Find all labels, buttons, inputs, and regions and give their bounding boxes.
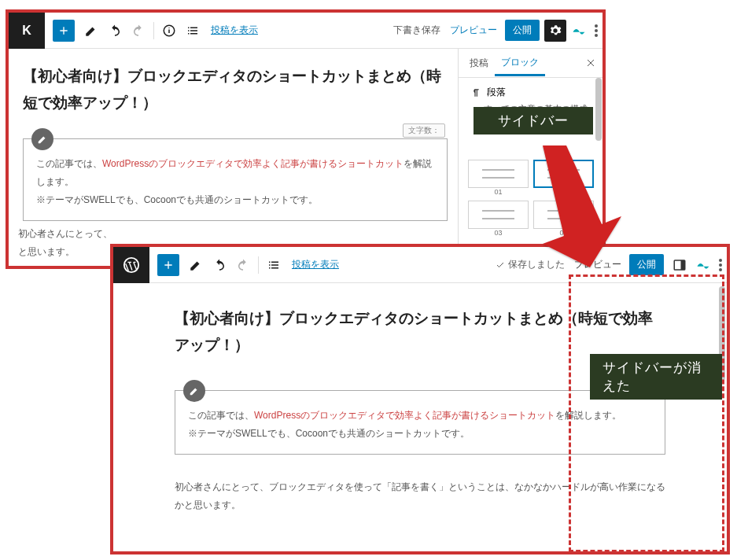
svg-rect-6 <box>681 260 685 270</box>
publish-button[interactable]: 公開 <box>505 20 540 41</box>
settings-toggle[interactable] <box>669 254 691 276</box>
svg-point-2 <box>595 29 598 32</box>
more-menu[interactable] <box>714 259 727 271</box>
scrollbar[interactable] <box>595 78 602 141</box>
pencil-icon <box>84 24 98 38</box>
svg-point-9 <box>719 268 722 271</box>
edit-mode-button[interactable] <box>81 20 101 41</box>
swell-icon[interactable] <box>571 23 587 39</box>
svg-point-8 <box>719 263 722 267</box>
swell-wave-icon <box>571 23 587 39</box>
separator <box>153 22 154 39</box>
preview-button[interactable]: プレビュー <box>450 24 497 37</box>
list-icon <box>186 24 200 38</box>
redo-icon <box>236 258 250 272</box>
site-logo[interactable]: K <box>9 13 45 49</box>
annotation-sidebar-label: サイドバー <box>474 107 593 134</box>
swell-icon[interactable] <box>695 257 711 273</box>
kebab-icon <box>595 24 598 37</box>
redo-icon <box>131 24 146 38</box>
pen-icon <box>189 385 200 396</box>
tab-block[interactable]: ブロック <box>495 50 545 76</box>
pin-badge <box>31 128 53 150</box>
separator <box>258 256 259 274</box>
tab-post[interactable]: 投稿 <box>463 50 495 75</box>
callout-text-line2: ※テーマがSWELLでも、Cocoonでも共通のショートカットです。 <box>188 428 470 439</box>
wordpress-icon <box>123 256 140 274</box>
check-icon <box>496 260 505 270</box>
outline-button[interactable] <box>182 20 203 41</box>
edit-mode-button[interactable] <box>186 255 206 275</box>
kebab-icon <box>719 259 722 271</box>
publish-button[interactable]: 公開 <box>629 254 664 275</box>
callout-text-a: この記事では、 <box>36 158 102 169</box>
plus-icon <box>162 259 175 271</box>
paragraph-icon <box>470 87 481 98</box>
undo-icon <box>108 24 122 38</box>
redo-button[interactable] <box>233 255 253 275</box>
info-icon <box>162 24 176 38</box>
svg-marker-10 <box>543 146 621 267</box>
sidebar-close[interactable] <box>583 55 599 71</box>
redo-button[interactable] <box>128 20 149 41</box>
svg-point-3 <box>595 34 598 37</box>
paragraph-fragment: 初心者さんにとって、 と思います。 <box>18 225 112 261</box>
callout-block[interactable]: この記事では、WordPressのブロックエディタで効率よく記事が書けるショート… <box>23 138 448 220</box>
swell-wave-icon <box>695 257 711 273</box>
site-logo[interactable] <box>113 247 149 283</box>
undo-icon <box>212 258 227 272</box>
list-icon <box>267 258 281 272</box>
pin-badge <box>183 380 205 402</box>
gear-icon <box>549 24 562 37</box>
undo-button[interactable] <box>209 255 230 275</box>
view-post-link[interactable]: 投稿を表示 <box>292 258 339 271</box>
undo-button[interactable] <box>105 20 125 41</box>
svg-point-1 <box>595 24 598 28</box>
annotation-arrow <box>511 138 621 271</box>
annotation-dashed-box <box>569 274 724 552</box>
outline-button[interactable] <box>263 255 284 275</box>
view-post-link[interactable]: 投稿を表示 <box>211 24 258 37</box>
details-button[interactable] <box>159 20 179 41</box>
svg-point-7 <box>719 259 722 262</box>
sidebar-toggle-icon <box>673 258 687 272</box>
callout-text-highlight: WordPressのブロックエディタで効率よく記事が書けるショートカット <box>254 410 555 421</box>
editor-toolbar: K 投稿を表示 下書き保存 プレビュー 公開 <box>9 13 602 49</box>
post-title[interactable]: 【初心者向け】ブロックエディタのショートカットまとめ（時短で効率アップ！） <box>23 63 448 116</box>
add-block-button[interactable] <box>53 20 75 42</box>
save-draft-button[interactable]: 下書き保存 <box>393 24 440 37</box>
block-name: 段落 <box>487 86 506 99</box>
callout-text-highlight: WordPressのブロックエディタで効率よく記事が書けるショートカット <box>102 158 404 169</box>
close-icon <box>586 58 595 68</box>
callout-text-a: この記事では、 <box>188 410 254 421</box>
add-block-button[interactable] <box>157 254 179 276</box>
settings-toggle[interactable] <box>544 20 566 42</box>
more-menu[interactable] <box>590 24 602 37</box>
callout-text-line2: ※テーマがSWELLでも、Cocoonでも共通のショートカットです。 <box>36 194 318 205</box>
sidebar-tabs: 投稿 ブロック <box>459 49 602 78</box>
pen-icon <box>37 134 48 145</box>
plus-icon <box>57 24 70 37</box>
pencil-icon <box>189 258 203 272</box>
char-count-badge: 文字数： <box>403 123 445 138</box>
